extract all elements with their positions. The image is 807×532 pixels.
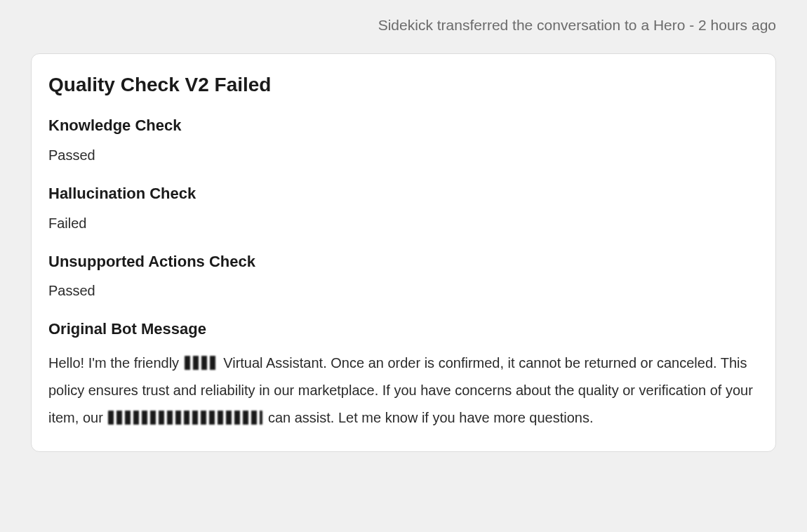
hallucination-check-heading: Hallucination Check	[48, 184, 759, 204]
unsupported-actions-check-value: Passed	[48, 281, 759, 300]
quality-check-card: Quality Check V2 Failed Knowledge Check …	[31, 53, 776, 452]
redacted-team-name	[108, 411, 262, 425]
original-bot-message-heading: Original Bot Message	[48, 319, 759, 340]
message-part-1: Hello! I'm the friendly	[48, 355, 183, 371]
page-container: Sidekick transferred the conversation to…	[0, 0, 807, 483]
unsupported-actions-check-heading: Unsupported Actions Check	[48, 252, 759, 272]
redacted-brand-name	[185, 356, 218, 370]
message-part-3: can assist. Let me know if you have more…	[264, 410, 593, 425]
card-title: Quality Check V2 Failed	[48, 72, 759, 98]
transfer-status-text: Sidekick transferred the conversation to…	[31, 0, 776, 53]
hallucination-check-value: Failed	[48, 214, 759, 232]
knowledge-check-heading: Knowledge Check	[48, 116, 759, 136]
original-bot-message-body: Hello! I'm the friendly Virtual Assistan…	[48, 350, 759, 432]
knowledge-check-value: Passed	[48, 146, 759, 164]
